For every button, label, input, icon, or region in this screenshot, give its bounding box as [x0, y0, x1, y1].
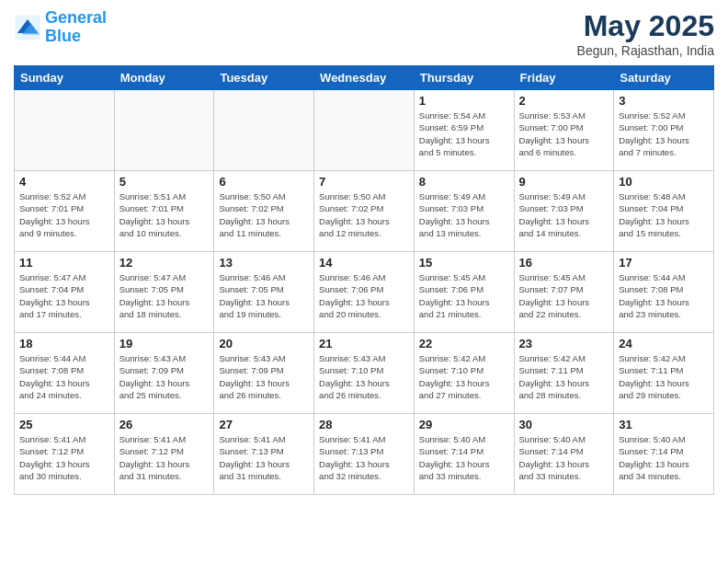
calendar-cell: 25Sunrise: 5:41 AM Sunset: 7:12 PM Dayli… [15, 414, 115, 495]
calendar-cell: 19Sunrise: 5:43 AM Sunset: 7:09 PM Dayli… [114, 333, 214, 414]
month-title: May 2025 [577, 9, 714, 43]
weekday-header-thursday: Thursday [414, 66, 514, 90]
day-number: 6 [219, 175, 309, 189]
calendar-cell: 9Sunrise: 5:49 AM Sunset: 7:03 PM Daylig… [514, 171, 614, 252]
day-number: 27 [219, 418, 309, 431]
day-number: 21 [319, 337, 409, 350]
logo-text: General Blue [45, 9, 107, 46]
calendar-cell: 17Sunrise: 5:44 AM Sunset: 7:08 PM Dayli… [614, 252, 714, 333]
day-info: Sunrise: 5:41 AM Sunset: 7:13 PM Dayligh… [219, 433, 309, 482]
day-number: 2 [519, 94, 609, 108]
calendar-cell: 30Sunrise: 5:40 AM Sunset: 7:14 PM Dayli… [514, 414, 614, 495]
calendar-cell: 14Sunrise: 5:46 AM Sunset: 7:06 PM Dayli… [314, 252, 415, 333]
day-info: Sunrise: 5:41 AM Sunset: 7:13 PM Dayligh… [319, 433, 409, 482]
calendar-cell: 2Sunrise: 5:53 AM Sunset: 7:00 PM Daylig… [514, 90, 614, 171]
weekday-header-monday: Monday [114, 66, 214, 90]
day-info: Sunrise: 5:49 AM Sunset: 7:03 PM Dayligh… [519, 190, 609, 239]
day-info: Sunrise: 5:43 AM Sunset: 7:09 PM Dayligh… [219, 352, 309, 401]
day-number: 25 [19, 418, 109, 431]
calendar-cell: 10Sunrise: 5:48 AM Sunset: 7:04 PM Dayli… [614, 171, 714, 252]
calendar-cell: 28Sunrise: 5:41 AM Sunset: 7:13 PM Dayli… [314, 414, 415, 495]
day-number: 13 [219, 256, 309, 270]
day-info: Sunrise: 5:40 AM Sunset: 7:14 PM Dayligh… [619, 433, 709, 482]
day-number: 11 [19, 256, 109, 270]
day-info: Sunrise: 5:50 AM Sunset: 7:02 PM Dayligh… [319, 190, 409, 239]
day-number: 26 [119, 418, 210, 431]
logo-icon [14, 14, 41, 41]
day-info: Sunrise: 5:42 AM Sunset: 7:11 PM Dayligh… [519, 352, 609, 401]
day-number: 22 [419, 337, 509, 350]
day-number: 9 [519, 175, 609, 189]
calendar-cell: 20Sunrise: 5:43 AM Sunset: 7:09 PM Dayli… [214, 333, 314, 414]
weekday-header-friday: Friday [514, 66, 614, 90]
day-number: 28 [319, 418, 409, 431]
day-info: Sunrise: 5:51 AM Sunset: 7:01 PM Dayligh… [119, 190, 210, 239]
day-info: Sunrise: 5:46 AM Sunset: 7:06 PM Dayligh… [319, 271, 409, 320]
week-row-1: 1Sunrise: 5:54 AM Sunset: 6:59 PM Daylig… [15, 90, 714, 171]
day-number: 30 [519, 418, 609, 431]
day-info: Sunrise: 5:43 AM Sunset: 7:10 PM Dayligh… [319, 352, 409, 401]
day-number: 31 [619, 418, 709, 431]
day-number: 5 [119, 175, 210, 189]
logo: General Blue [14, 9, 107, 46]
calendar-cell: 22Sunrise: 5:42 AM Sunset: 7:10 PM Dayli… [414, 333, 514, 414]
day-number: 29 [419, 418, 509, 431]
day-info: Sunrise: 5:49 AM Sunset: 7:03 PM Dayligh… [419, 190, 509, 239]
calendar-cell: 15Sunrise: 5:45 AM Sunset: 7:06 PM Dayli… [414, 252, 514, 333]
day-number: 4 [19, 175, 109, 189]
calendar-cell: 4Sunrise: 5:52 AM Sunset: 7:01 PM Daylig… [15, 171, 115, 252]
calendar-table: SundayMondayTuesdayWednesdayThursdayFrid… [14, 65, 714, 495]
day-info: Sunrise: 5:47 AM Sunset: 7:05 PM Dayligh… [119, 271, 210, 320]
day-info: Sunrise: 5:41 AM Sunset: 7:12 PM Dayligh… [119, 433, 210, 482]
header: General Blue May 2025 Begun, Rajasthan, … [14, 9, 714, 58]
day-number: 12 [119, 256, 210, 270]
week-row-4: 18Sunrise: 5:44 AM Sunset: 7:08 PM Dayli… [15, 333, 714, 414]
day-info: Sunrise: 5:43 AM Sunset: 7:09 PM Dayligh… [119, 352, 210, 401]
day-number: 18 [19, 337, 109, 350]
calendar-cell: 6Sunrise: 5:50 AM Sunset: 7:02 PM Daylig… [214, 171, 314, 252]
calendar-cell: 21Sunrise: 5:43 AM Sunset: 7:10 PM Dayli… [314, 333, 415, 414]
calendar-cell: 13Sunrise: 5:46 AM Sunset: 7:05 PM Dayli… [214, 252, 314, 333]
day-info: Sunrise: 5:53 AM Sunset: 7:00 PM Dayligh… [519, 109, 609, 158]
day-info: Sunrise: 5:41 AM Sunset: 7:12 PM Dayligh… [19, 433, 109, 482]
day-number: 20 [219, 337, 309, 350]
calendar-cell: 29Sunrise: 5:40 AM Sunset: 7:14 PM Dayli… [414, 414, 514, 495]
location-subtitle: Begun, Rajasthan, India [577, 43, 714, 58]
day-info: Sunrise: 5:50 AM Sunset: 7:02 PM Dayligh… [219, 190, 309, 239]
weekday-header-sunday: Sunday [15, 66, 115, 90]
week-row-3: 11Sunrise: 5:47 AM Sunset: 7:04 PM Dayli… [15, 252, 714, 333]
day-number: 3 [619, 94, 709, 108]
day-number: 16 [519, 256, 609, 270]
calendar-cell: 7Sunrise: 5:50 AM Sunset: 7:02 PM Daylig… [314, 171, 415, 252]
calendar-cell: 16Sunrise: 5:45 AM Sunset: 7:07 PM Dayli… [514, 252, 614, 333]
calendar-cell: 24Sunrise: 5:42 AM Sunset: 7:11 PM Dayli… [614, 333, 714, 414]
calendar-cell: 26Sunrise: 5:41 AM Sunset: 7:12 PM Dayli… [114, 414, 214, 495]
day-number: 15 [419, 256, 509, 270]
calendar-cell: 11Sunrise: 5:47 AM Sunset: 7:04 PM Dayli… [15, 252, 115, 333]
title-block: May 2025 Begun, Rajasthan, India [577, 9, 714, 58]
calendar-cell: 5Sunrise: 5:51 AM Sunset: 7:01 PM Daylig… [114, 171, 214, 252]
day-info: Sunrise: 5:47 AM Sunset: 7:04 PM Dayligh… [19, 271, 109, 320]
day-info: Sunrise: 5:40 AM Sunset: 7:14 PM Dayligh… [419, 433, 509, 482]
week-row-5: 25Sunrise: 5:41 AM Sunset: 7:12 PM Dayli… [15, 414, 714, 495]
calendar-cell: 3Sunrise: 5:52 AM Sunset: 7:00 PM Daylig… [614, 90, 714, 171]
day-number: 14 [319, 256, 409, 270]
day-number: 17 [619, 256, 709, 270]
calendar-cell: 8Sunrise: 5:49 AM Sunset: 7:03 PM Daylig… [414, 171, 514, 252]
day-number: 1 [419, 94, 509, 108]
week-row-2: 4Sunrise: 5:52 AM Sunset: 7:01 PM Daylig… [15, 171, 714, 252]
calendar-cell: 31Sunrise: 5:40 AM Sunset: 7:14 PM Dayli… [614, 414, 714, 495]
day-number: 10 [619, 175, 709, 189]
calendar-cell: 23Sunrise: 5:42 AM Sunset: 7:11 PM Dayli… [514, 333, 614, 414]
weekday-header-row: SundayMondayTuesdayWednesdayThursdayFrid… [15, 66, 714, 90]
day-info: Sunrise: 5:46 AM Sunset: 7:05 PM Dayligh… [219, 271, 309, 320]
calendar-cell: 12Sunrise: 5:47 AM Sunset: 7:05 PM Dayli… [114, 252, 214, 333]
day-info: Sunrise: 5:45 AM Sunset: 7:07 PM Dayligh… [519, 271, 609, 320]
day-info: Sunrise: 5:45 AM Sunset: 7:06 PM Dayligh… [419, 271, 509, 320]
day-number: 24 [619, 337, 709, 350]
calendar-cell [314, 90, 415, 171]
day-number: 7 [319, 175, 409, 189]
page: General Blue May 2025 Begun, Rajasthan, … [0, 0, 728, 504]
calendar-cell: 18Sunrise: 5:44 AM Sunset: 7:08 PM Dayli… [15, 333, 115, 414]
day-info: Sunrise: 5:44 AM Sunset: 7:08 PM Dayligh… [619, 271, 709, 320]
